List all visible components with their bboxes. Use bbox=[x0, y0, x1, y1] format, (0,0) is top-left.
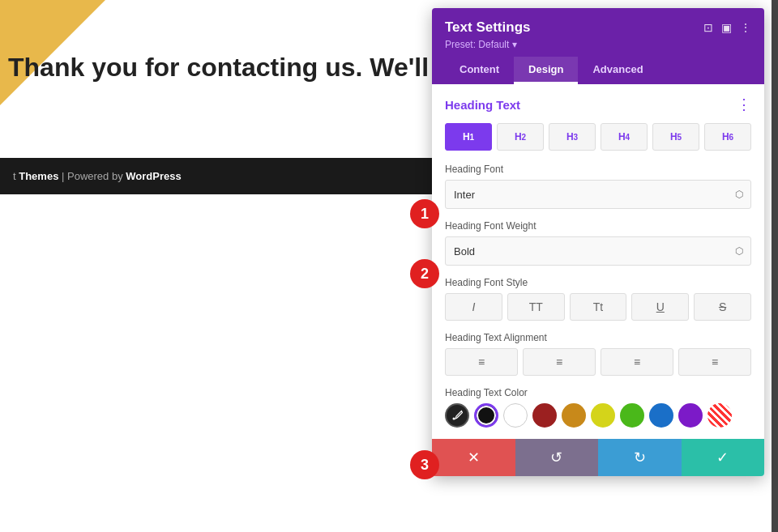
text-settings-panel: Text Settings ⊡ ▣ ⋮ Preset: Default ▾ Co… bbox=[432, 8, 764, 476]
panel-title: Text Settings bbox=[445, 19, 530, 36]
color-swatch-red[interactable] bbox=[532, 403, 557, 428]
panel-icon-grid[interactable]: ⊡ bbox=[703, 21, 713, 34]
panel-tabs: Content Design Advanced bbox=[445, 57, 751, 84]
cancel-button[interactable]: ✕ bbox=[432, 439, 515, 476]
heading-font-style-buttons: I TT Tt U S bbox=[445, 293, 751, 321]
h1-button[interactable]: H1 bbox=[445, 123, 492, 151]
footer-themes: Themes bbox=[19, 170, 58, 182]
heading-font-weight-label: Heading Font Weight bbox=[445, 220, 751, 232]
color-swatch-purple[interactable] bbox=[678, 403, 703, 428]
tab-design[interactable]: Design bbox=[514, 57, 578, 84]
color-swatch-black[interactable] bbox=[474, 403, 498, 428]
footer-wordpress: WordPress bbox=[126, 170, 181, 182]
section-more-icon[interactable]: ⋮ bbox=[737, 96, 751, 113]
panel-preset[interactable]: Preset: Default ▾ bbox=[445, 39, 751, 50]
heading-font-label: Heading Font bbox=[445, 164, 751, 175]
align-center-button[interactable]: ≡ bbox=[523, 348, 596, 376]
h4-button[interactable]: H4 bbox=[601, 123, 648, 151]
color-swatch-green[interactable] bbox=[620, 403, 644, 428]
panel-icon-more[interactable]: ⋮ bbox=[740, 21, 751, 34]
footer-bar: t Themes | Powered by WordPress bbox=[0, 158, 438, 194]
color-swatch-blue[interactable] bbox=[649, 403, 673, 428]
panel-header: Text Settings ⊡ ▣ ⋮ Preset: Default ▾ Co… bbox=[432, 8, 764, 84]
step-badge-3: 3 bbox=[410, 450, 439, 479]
panel-icon-columns[interactable]: ▣ bbox=[721, 21, 732, 34]
tab-content[interactable]: Content bbox=[445, 57, 514, 84]
footer-text: t Themes | Powered by WordPress bbox=[13, 170, 182, 182]
uppercase-button[interactable]: TT bbox=[507, 293, 565, 321]
heading-text-color-label: Heading Text Color bbox=[445, 387, 751, 398]
heading-level-buttons: H1 H2 H3 H4 H5 H6 bbox=[445, 123, 751, 151]
underline-button[interactable]: U bbox=[631, 293, 689, 321]
heading-font-weight-select[interactable]: Bold Normal Light Extra Bold bbox=[445, 236, 751, 266]
italic-button[interactable]: I bbox=[445, 293, 502, 321]
color-swatch-white[interactable] bbox=[503, 403, 528, 428]
h2-button[interactable]: H2 bbox=[497, 123, 544, 151]
panel-title-row: Text Settings ⊡ ▣ ⋮ bbox=[445, 19, 751, 36]
align-left-button[interactable]: ≡ bbox=[445, 348, 518, 376]
scroll-indicator bbox=[772, 0, 778, 532]
section-heading-label: Heading Text bbox=[445, 98, 520, 112]
strikethrough-button[interactable]: S bbox=[694, 293, 751, 321]
heading-font-style-label: Heading Font Style bbox=[445, 277, 751, 288]
panel-title-icons: ⊡ ▣ ⋮ bbox=[703, 21, 751, 34]
step-badge-2: 2 bbox=[410, 259, 439, 288]
undo-button[interactable]: ↺ bbox=[515, 439, 599, 476]
confirm-button[interactable]: ✓ bbox=[682, 439, 765, 476]
h6-button[interactable]: H6 bbox=[704, 123, 751, 151]
heading-font-weight-select-wrap: Bold Normal Light Extra Bold ⬡ bbox=[445, 236, 751, 266]
heading-text-section-row: Heading Text ⋮ bbox=[445, 96, 751, 113]
tab-advanced[interactable]: Advanced bbox=[578, 57, 657, 84]
heading-font-select[interactable]: Inter Roboto Open Sans bbox=[445, 180, 751, 209]
h3-button[interactable]: H3 bbox=[549, 123, 596, 151]
align-right-button[interactable]: ≡ bbox=[601, 348, 673, 376]
heading-text-alignment-buttons: ≡ ≡ ≡ ≡ bbox=[445, 348, 751, 376]
redo-button[interactable]: ↻ bbox=[598, 439, 682, 476]
heading-font-select-wrap: Inter Roboto Open Sans ⬡ bbox=[445, 180, 751, 209]
eyedropper-button[interactable] bbox=[445, 403, 469, 428]
align-justify-button[interactable]: ≡ bbox=[678, 348, 751, 376]
panel-body: Heading Text ⋮ H1 H2 H3 H4 H5 H6 Heading… bbox=[432, 84, 764, 439]
step-badge-1: 1 bbox=[410, 199, 439, 228]
heading-text-color-swatches bbox=[445, 403, 751, 428]
color-swatch-yellow[interactable] bbox=[591, 403, 615, 428]
svg-point-0 bbox=[453, 418, 455, 420]
heading-text-alignment-label: Heading Text Alignment bbox=[445, 332, 751, 343]
panel-bottom-bar: ✕ ↺ ↻ ✓ bbox=[432, 439, 764, 476]
page-main-heading: Thank you for contacting us. We'll ge bbox=[8, 53, 466, 83]
color-swatch-none[interactable] bbox=[707, 403, 732, 428]
h5-button[interactable]: H5 bbox=[652, 123, 699, 151]
capitalize-button[interactable]: Tt bbox=[570, 293, 627, 321]
color-swatch-orange[interactable] bbox=[562, 403, 586, 428]
